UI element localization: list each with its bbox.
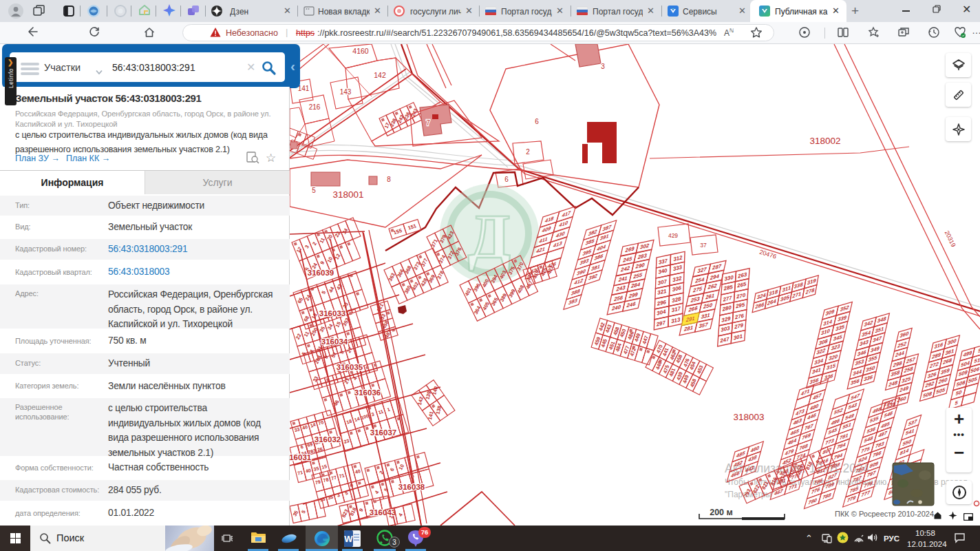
svg-text:142: 142: [374, 71, 386, 79]
svg-text:6: 6: [535, 118, 539, 125]
svg-text:37: 37: [700, 242, 707, 249]
svg-text:8: 8: [387, 176, 391, 183]
svg-text:316037: 316037: [370, 428, 396, 437]
svg-text:316039: 316039: [308, 269, 334, 277]
svg-text:316038: 316038: [398, 483, 425, 491]
svg-text:2: 2: [526, 148, 530, 156]
svg-text:316033: 316033: [319, 309, 345, 318]
svg-text:216: 216: [309, 103, 321, 111]
svg-text:318001: 318001: [332, 189, 363, 200]
svg-text:5: 5: [312, 187, 316, 194]
svg-text:318002: 318002: [809, 136, 840, 146]
svg-text:316032: 316032: [315, 435, 341, 444]
svg-text:316036: 316036: [354, 388, 381, 397]
svg-text:6: 6: [504, 176, 509, 183]
svg-text:316034: 316034: [321, 337, 348, 346]
svg-text:318003: 318003: [733, 412, 764, 422]
svg-text:316043: 316043: [370, 508, 396, 517]
svg-text:W: W: [344, 534, 353, 544]
svg-text:143: 143: [340, 88, 352, 96]
svg-text:200 м: 200 м: [710, 508, 733, 517]
svg-text:429: 429: [668, 232, 678, 239]
svg-text:4160: 4160: [352, 47, 369, 55]
svg-text:7: 7: [426, 119, 430, 127]
svg-text:3: 3: [601, 63, 605, 70]
svg-text:Д: Д: [468, 202, 511, 271]
svg-text:141: 141: [298, 85, 310, 92]
svg-text:ПКК © Росреестр 2010-2024: ПКК © Росреестр 2010-2024: [835, 510, 934, 518]
svg-text:316035: 316035: [337, 363, 363, 371]
